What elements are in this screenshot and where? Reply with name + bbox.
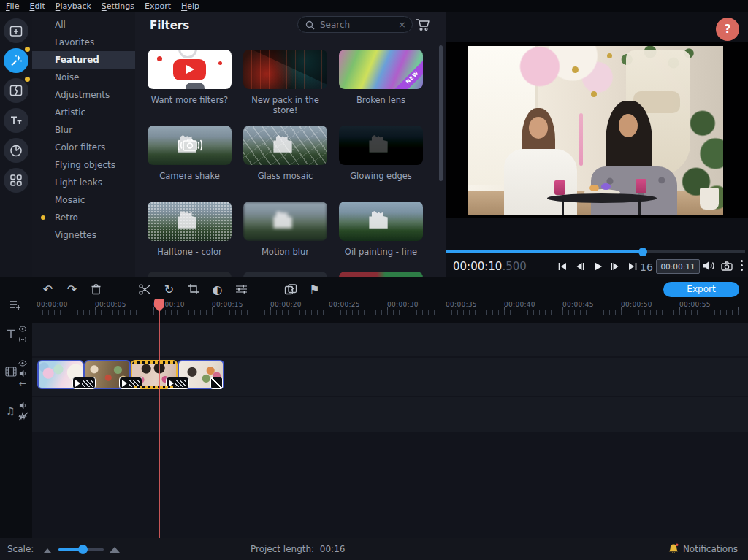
filter-item[interactable]: Oil painting - fine <box>339 202 423 257</box>
category-vignettes[interactable]: Vignettes <box>32 226 135 244</box>
filter-item[interactable]: Motion blur <box>243 202 327 257</box>
category-adjustments[interactable]: Adjustments <box>32 86 135 104</box>
link-tracks-icon[interactable] <box>18 336 27 343</box>
magic-wand-icon <box>9 53 23 68</box>
store-cart-icon[interactable] <box>416 18 430 31</box>
undo-icon[interactable]: ↶ <box>38 280 58 299</box>
menu-export[interactable]: Export <box>145 1 171 11</box>
filter-row: Want more filters? New pack in the store… <box>148 50 423 116</box>
scale-slider[interactable] <box>58 548 104 551</box>
transition-badge[interactable] <box>72 377 96 389</box>
zoom-in-icon[interactable] <box>110 547 120 553</box>
video-track-arrow-icon[interactable]: ← <box>19 379 26 388</box>
category-artistic[interactable]: Artistic <box>32 104 135 121</box>
new-pack-thumbnail[interactable] <box>243 50 327 89</box>
add-track-icon[interactable] <box>9 299 22 311</box>
want-more-filters-thumbnail[interactable] <box>148 50 232 89</box>
delete-icon[interactable] <box>86 280 106 299</box>
category-mosaic[interactable]: Mosaic <box>32 191 135 209</box>
panel-title: Filters <box>150 19 189 32</box>
filter-item[interactable]: Want more filters? <box>148 50 232 116</box>
category-color-filters[interactable]: Color filters <box>32 139 135 156</box>
camera-shake-thumbnail[interactable] <box>148 126 232 165</box>
video-track-mute-icon[interactable] <box>19 369 27 377</box>
motion-blur-thumbnail[interactable] <box>243 202 327 241</box>
halftone-color-thumbnail[interactable] <box>148 202 232 241</box>
menu-settings[interactable]: Settings <box>102 1 134 11</box>
playhead-handle[interactable] <box>154 299 164 308</box>
more-options-icon[interactable] <box>741 260 743 271</box>
next-row-thumbnail-edge[interactable] <box>243 272 327 277</box>
title-track-visibility-icon[interactable] <box>18 326 27 332</box>
glass-mosaic-thumbnail[interactable] <box>243 126 327 165</box>
menu-edit[interactable]: Edit <box>29 1 45 11</box>
marker-flag-icon[interactable]: ⚑ <box>305 280 324 299</box>
previous-frame-button[interactable] <box>574 261 586 272</box>
titles-tool-button[interactable] <box>4 108 28 133</box>
category-all[interactable]: All <box>32 16 135 34</box>
split-scissors-icon[interactable] <box>135 280 155 299</box>
filter-item[interactable]: Glass mosaic <box>243 126 327 181</box>
category-blur[interactable]: Blur <box>32 121 135 139</box>
export-button[interactable]: Export <box>663 282 739 297</box>
volume-icon[interactable] <box>703 261 716 271</box>
category-noise[interactable]: Noise <box>32 69 135 86</box>
zoom-out-icon[interactable] <box>44 548 51 553</box>
playhead-line[interactable] <box>159 299 160 538</box>
skip-to-start-button[interactable] <box>557 261 568 272</box>
audio-waveform-muted-icon[interactable] <box>18 412 28 421</box>
panel-scrollbar[interactable] <box>439 45 443 181</box>
play-button[interactable] <box>592 261 603 272</box>
end-transition-slot[interactable] <box>210 377 223 389</box>
stickers-tool-button[interactable] <box>4 138 28 163</box>
filter-label: Glowing edges <box>339 171 423 181</box>
transition-wizard-icon[interactable] <box>280 280 300 299</box>
category-featured[interactable]: Featured <box>32 51 135 69</box>
category-retro[interactable]: Retro <box>32 209 135 226</box>
color-adjustments-icon[interactable]: ◐ <box>207 280 227 299</box>
video-track-visibility-icon[interactable] <box>18 360 27 367</box>
filter-item[interactable]: Halftone - color <box>148 202 232 257</box>
filters-tool-button[interactable] <box>4 48 28 73</box>
next-row-thumbnail-edge[interactable] <box>148 272 232 277</box>
add-media-button[interactable] <box>4 18 28 43</box>
glowing-edges-thumbnail[interactable] <box>339 126 423 165</box>
filter-item[interactable]: Glowing edges <box>339 126 423 181</box>
filter-item[interactable]: New pack in the store! <box>243 50 327 116</box>
category-light-leaks[interactable]: Light leaks <box>32 174 135 191</box>
notifications-button[interactable]: Notifications <box>668 543 738 554</box>
next-frame-button[interactable] <box>609 261 621 272</box>
audio-track-mute-icon[interactable] <box>19 402 27 410</box>
audio-track-lane[interactable] <box>32 397 748 432</box>
crop-icon[interactable] <box>183 280 203 299</box>
search-input[interactable] <box>298 17 412 32</box>
broken-lens-thumbnail[interactable]: NEW <box>339 50 423 89</box>
filter-item[interactable]: NEW Broken lens <box>339 50 423 116</box>
filter-row-partial <box>148 272 423 277</box>
timeline-ruler-minor[interactable] <box>37 310 748 315</box>
snapshot-camera-icon[interactable] <box>721 261 733 271</box>
clear-search-icon[interactable]: × <box>398 19 406 31</box>
category-favorites[interactable]: Favorites <box>32 34 135 51</box>
clip-properties-icon[interactable] <box>232 280 251 299</box>
transitions-tool-button[interactable] <box>4 78 28 103</box>
preview-seekbar[interactable] <box>446 250 745 253</box>
scale-slider-knob[interactable] <box>78 545 88 554</box>
rotate-icon[interactable]: ↻ <box>159 280 179 299</box>
help-button[interactable]: ? <box>716 18 739 41</box>
stickers-icon <box>9 143 23 158</box>
decor-ring <box>178 50 197 58</box>
menu-file[interactable]: File <box>6 1 19 11</box>
redo-icon[interactable]: ↷ <box>62 280 82 299</box>
next-row-thumbnail-edge[interactable] <box>339 272 423 277</box>
party-cup <box>636 179 646 193</box>
menu-playback[interactable]: Playback <box>56 1 91 11</box>
category-flying-objects[interactable]: Flying objects <box>32 156 135 174</box>
title-track-lane[interactable] <box>32 323 748 356</box>
filter-item[interactable]: Camera shake <box>148 126 232 181</box>
skip-to-end-button[interactable] <box>627 261 638 272</box>
more-tools-button[interactable] <box>4 168 28 193</box>
menu-help[interactable]: Help <box>181 1 199 11</box>
oil-painting-thumbnail[interactable] <box>339 202 423 241</box>
seekbar-handle[interactable] <box>638 248 647 256</box>
